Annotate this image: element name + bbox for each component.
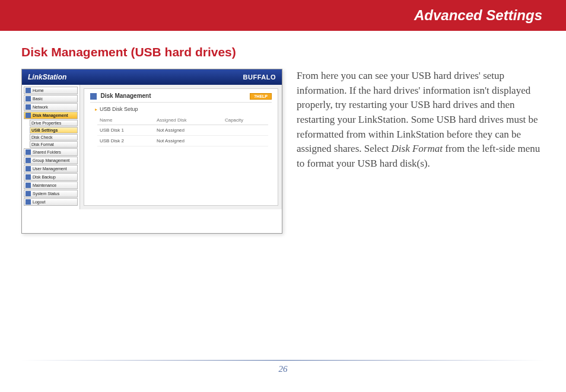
header-title: Advanced Settings [414,7,542,24]
sidebar-item-label: Group Management [33,158,69,162]
sidebar-icon [26,183,31,188]
sidebar-item-label: Home [33,88,44,93]
panel-header: Disk Management ?HELP [90,93,272,103]
sidebar-item-label: Network [33,105,48,109]
sidebar-item-label: USB Settings [31,128,58,132]
sidebar-item[interactable]: System Status [24,190,78,197]
sidebar-item[interactable]: Drive Properties [30,120,78,126]
footer-divider [21,360,545,361]
help-button[interactable]: ?HELP [250,93,272,100]
content: Disk Management (USB hard drives) LinkSt… [0,31,566,234]
sidebar-item-label: Basic [33,97,43,101]
brand-left: LinkStation [28,73,66,81]
sidebar-icon [26,191,31,196]
table-header: Name [97,116,154,125]
screenshot-topbar: LinkStation BUFFALO [22,69,282,85]
sidebar-item[interactable]: Network [24,103,78,111]
sidebar-item-label: Disk Format [31,142,54,146]
table-cell: Not Assigned [154,125,222,136]
sidebar-item[interactable]: Disk Backup [24,173,78,181]
sidebar-item-label: Shared Folders [33,150,61,154]
sidebar-item-label: Disk Backup [33,175,56,179]
sidebar-item[interactable]: Disk Check [30,134,78,141]
brand-right: BUFFALO [243,74,276,81]
panel-subtitle: USB Disk Setup [95,106,272,112]
description-text: From here you can see your USB hard driv… [297,69,545,171]
sidebar-item-label: Maintenance [33,183,56,187]
footer: 26 [21,360,545,374]
sidebar-item-label: System Status [33,192,59,196]
main-panel: Disk Management ?HELP USB Disk Setup Nam… [84,88,278,206]
table-cell: USB Disk 2 [97,136,154,146]
sidebar-icon [26,149,31,155]
sidebar-icon [26,96,31,101]
sidebar-icon [26,104,31,110]
sidebar-item-label: Disk Management [33,113,68,117]
table-cell [222,125,268,136]
sidebar-item[interactable]: Group Management [24,157,78,164]
panel-title: Disk Management [101,93,151,99]
table-cell: Not Assigned [154,136,222,146]
screenshot-inner: HomeBasicNetworkDisk ManagementDrive Pro… [22,85,282,209]
table-header: Assigned Disk [154,116,222,125]
sidebar: HomeBasicNetworkDisk ManagementDrive Pro… [22,85,80,209]
disk-table: NameAssigned DiskCapacity USB Disk 1Not … [97,116,268,146]
desc-part-1: From here you can see your USB hard driv… [297,70,538,154]
sidebar-item-label: Logout [33,200,45,204]
section-title: Disk Management (USB hard drives) [21,45,545,59]
sidebar-item[interactable]: Logout [24,198,78,206]
sidebar-icon [26,113,31,118]
body-row: LinkStation BUFFALO HomeBasicNetworkDisk… [21,69,545,234]
screenshot-panel: LinkStation BUFFALO HomeBasicNetworkDisk… [21,69,282,234]
table-header: Capacity [222,116,268,125]
sidebar-item[interactable]: Disk Management [24,111,78,119]
header-bar: Advanced Settings [0,0,566,31]
sidebar-item-label: Drive Properties [31,121,61,125]
sidebar-item[interactable]: User Management [24,165,78,173]
sidebar-item[interactable]: Home [24,87,78,94]
sidebar-icon [26,88,31,93]
disk-icon [90,93,97,100]
page-number: 26 [21,364,545,374]
sidebar-item[interactable]: Disk Format [30,141,78,148]
sidebar-icon [26,174,31,180]
sidebar-item-label: User Management [33,167,67,171]
sidebar-item[interactable]: Shared Folders [24,148,78,156]
sidebar-icon [26,158,31,163]
table-cell [222,136,268,146]
sidebar-item[interactable]: USB Settings [30,127,78,133]
sidebar-icon [26,166,31,171]
table-cell: USB Disk 1 [97,125,154,136]
sidebar-item-label: Disk Check [31,135,52,139]
sidebar-icon [26,199,31,205]
table-row[interactable]: USB Disk 2Not Assigned [97,136,268,146]
desc-italic: Disk Format [392,143,443,154]
sidebar-item[interactable]: Maintenance [24,181,78,189]
table-row[interactable]: USB Disk 1Not Assigned [97,125,268,136]
sidebar-item[interactable]: Basic [24,95,78,103]
